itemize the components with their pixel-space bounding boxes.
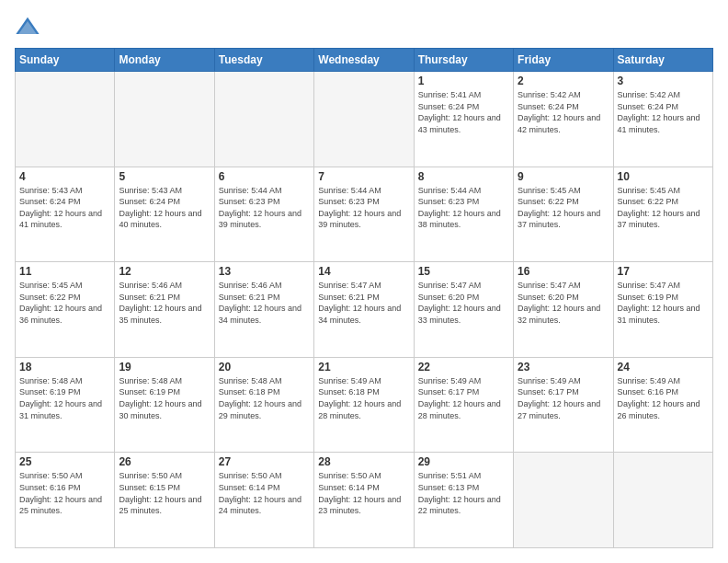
- day-info: Sunrise: 5:41 AM Sunset: 6:24 PM Dayligh…: [418, 89, 509, 135]
- day-number: 14: [318, 265, 409, 278]
- calendar-cell: 6Sunrise: 5:44 AM Sunset: 6:23 PM Daylig…: [214, 167, 313, 262]
- calendar-cell: 26Sunrise: 5:50 AM Sunset: 6:15 PM Dayli…: [115, 453, 214, 548]
- calendar-header-saturday: Saturday: [613, 49, 712, 72]
- calendar-cell: [16, 72, 115, 167]
- calendar-cell: 19Sunrise: 5:48 AM Sunset: 6:19 PM Dayli…: [115, 357, 214, 453]
- calendar-cell: [514, 453, 613, 548]
- calendar-cell: 25Sunrise: 5:50 AM Sunset: 6:16 PM Dayli…: [16, 453, 115, 548]
- calendar-header-friday: Friday: [514, 49, 613, 72]
- calendar-week-1: 4Sunrise: 5:43 AM Sunset: 6:24 PM Daylig…: [16, 167, 713, 262]
- day-number: 17: [618, 265, 709, 278]
- day-info: Sunrise: 5:50 AM Sunset: 6:15 PM Dayligh…: [119, 470, 210, 516]
- day-number: 16: [518, 265, 609, 278]
- day-number: 27: [219, 455, 310, 468]
- calendar-table: SundayMondayTuesdayWednesdayThursdayFrid…: [15, 48, 713, 548]
- day-number: 28: [318, 455, 409, 468]
- day-info: Sunrise: 5:46 AM Sunset: 6:21 PM Dayligh…: [219, 280, 310, 326]
- calendar-cell: 10Sunrise: 5:45 AM Sunset: 6:22 PM Dayli…: [613, 167, 712, 262]
- calendar-cell: 3Sunrise: 5:42 AM Sunset: 6:24 PM Daylig…: [613, 72, 712, 167]
- day-number: 11: [19, 265, 110, 278]
- calendar-week-2: 11Sunrise: 5:45 AM Sunset: 6:22 PM Dayli…: [16, 262, 713, 358]
- header: [15, 15, 713, 40]
- day-number: 19: [119, 361, 210, 373]
- day-info: Sunrise: 5:49 AM Sunset: 6:18 PM Dayligh…: [318, 375, 409, 421]
- calendar-cell: 5Sunrise: 5:43 AM Sunset: 6:24 PM Daylig…: [115, 167, 214, 262]
- calendar-cell: 22Sunrise: 5:49 AM Sunset: 6:17 PM Dayli…: [414, 357, 513, 453]
- calendar-cell: [314, 72, 414, 167]
- calendar-week-0: 1Sunrise: 5:41 AM Sunset: 6:24 PM Daylig…: [16, 72, 713, 167]
- calendar-cell: [214, 72, 313, 167]
- calendar-cell: 17Sunrise: 5:47 AM Sunset: 6:19 PM Dayli…: [613, 262, 712, 358]
- day-info: Sunrise: 5:48 AM Sunset: 6:19 PM Dayligh…: [119, 375, 210, 421]
- day-number: 13: [219, 265, 310, 278]
- day-number: 8: [418, 170, 509, 183]
- day-info: Sunrise: 5:47 AM Sunset: 6:21 PM Dayligh…: [318, 280, 409, 326]
- day-info: Sunrise: 5:48 AM Sunset: 6:18 PM Dayligh…: [219, 375, 310, 421]
- logo: [15, 15, 44, 40]
- calendar-header-row: SundayMondayTuesdayWednesdayThursdayFrid…: [16, 49, 713, 72]
- day-number: 7: [318, 170, 409, 183]
- calendar-cell: 20Sunrise: 5:48 AM Sunset: 6:18 PM Dayli…: [214, 357, 313, 453]
- calendar-header-monday: Monday: [115, 49, 214, 72]
- day-number: 5: [119, 170, 210, 183]
- day-number: 4: [19, 170, 110, 183]
- calendar-cell: 23Sunrise: 5:49 AM Sunset: 6:17 PM Dayli…: [514, 357, 613, 453]
- day-info: Sunrise: 5:42 AM Sunset: 6:24 PM Dayligh…: [618, 89, 709, 135]
- day-info: Sunrise: 5:51 AM Sunset: 6:13 PM Dayligh…: [418, 470, 509, 516]
- calendar-cell: 8Sunrise: 5:44 AM Sunset: 6:23 PM Daylig…: [414, 167, 513, 262]
- day-number: 18: [19, 361, 110, 373]
- calendar-cell: 16Sunrise: 5:47 AM Sunset: 6:20 PM Dayli…: [514, 262, 613, 358]
- day-info: Sunrise: 5:48 AM Sunset: 6:19 PM Dayligh…: [19, 375, 110, 421]
- calendar-week-4: 25Sunrise: 5:50 AM Sunset: 6:16 PM Dayli…: [16, 453, 713, 548]
- day-info: Sunrise: 5:43 AM Sunset: 6:24 PM Dayligh…: [119, 185, 210, 231]
- day-info: Sunrise: 5:45 AM Sunset: 6:22 PM Dayligh…: [618, 185, 709, 231]
- day-number: 21: [318, 361, 409, 373]
- calendar-cell: 29Sunrise: 5:51 AM Sunset: 6:13 PM Dayli…: [414, 453, 513, 548]
- calendar-cell: 14Sunrise: 5:47 AM Sunset: 6:21 PM Dayli…: [314, 262, 414, 358]
- logo-icon: [15, 15, 40, 40]
- day-info: Sunrise: 5:49 AM Sunset: 6:17 PM Dayligh…: [418, 375, 509, 421]
- day-info: Sunrise: 5:45 AM Sunset: 6:22 PM Dayligh…: [518, 185, 609, 231]
- page: SundayMondayTuesdayWednesdayThursdayFrid…: [0, 0, 728, 563]
- calendar-cell: 13Sunrise: 5:46 AM Sunset: 6:21 PM Dayli…: [214, 262, 313, 358]
- calendar-cell: 1Sunrise: 5:41 AM Sunset: 6:24 PM Daylig…: [414, 72, 513, 167]
- day-number: 25: [19, 455, 110, 468]
- day-number: 22: [418, 361, 509, 373]
- day-number: 2: [518, 75, 609, 87]
- day-info: Sunrise: 5:45 AM Sunset: 6:22 PM Dayligh…: [19, 280, 110, 326]
- calendar-cell: [115, 72, 214, 167]
- calendar-cell: 28Sunrise: 5:50 AM Sunset: 6:14 PM Dayli…: [314, 453, 414, 548]
- calendar-cell: 15Sunrise: 5:47 AM Sunset: 6:20 PM Dayli…: [414, 262, 513, 358]
- day-info: Sunrise: 5:44 AM Sunset: 6:23 PM Dayligh…: [219, 185, 310, 231]
- calendar-cell: 11Sunrise: 5:45 AM Sunset: 6:22 PM Dayli…: [16, 262, 115, 358]
- day-number: 6: [219, 170, 310, 183]
- calendar-header-thursday: Thursday: [414, 49, 513, 72]
- day-number: 3: [618, 75, 709, 87]
- day-number: 24: [618, 361, 709, 373]
- day-info: Sunrise: 5:42 AM Sunset: 6:24 PM Dayligh…: [518, 89, 609, 135]
- day-number: 20: [219, 361, 310, 373]
- day-number: 29: [418, 455, 509, 468]
- calendar-cell: 12Sunrise: 5:46 AM Sunset: 6:21 PM Dayli…: [115, 262, 214, 358]
- day-number: 26: [119, 455, 210, 468]
- day-number: 23: [518, 361, 609, 373]
- day-info: Sunrise: 5:47 AM Sunset: 6:20 PM Dayligh…: [518, 280, 609, 326]
- calendar-cell: 18Sunrise: 5:48 AM Sunset: 6:19 PM Dayli…: [16, 357, 115, 453]
- calendar-cell: 27Sunrise: 5:50 AM Sunset: 6:14 PM Dayli…: [214, 453, 313, 548]
- day-number: 9: [518, 170, 609, 183]
- day-info: Sunrise: 5:44 AM Sunset: 6:23 PM Dayligh…: [418, 185, 509, 231]
- calendar-cell: 2Sunrise: 5:42 AM Sunset: 6:24 PM Daylig…: [514, 72, 613, 167]
- calendar-cell: [613, 453, 712, 548]
- calendar-cell: 24Sunrise: 5:49 AM Sunset: 6:16 PM Dayli…: [613, 357, 712, 453]
- calendar-cell: 4Sunrise: 5:43 AM Sunset: 6:24 PM Daylig…: [16, 167, 115, 262]
- day-number: 1: [418, 75, 509, 87]
- day-info: Sunrise: 5:47 AM Sunset: 6:19 PM Dayligh…: [618, 280, 709, 326]
- day-info: Sunrise: 5:47 AM Sunset: 6:20 PM Dayligh…: [418, 280, 509, 326]
- day-info: Sunrise: 5:50 AM Sunset: 6:14 PM Dayligh…: [318, 470, 409, 516]
- calendar-week-3: 18Sunrise: 5:48 AM Sunset: 6:19 PM Dayli…: [16, 357, 713, 453]
- calendar-cell: 7Sunrise: 5:44 AM Sunset: 6:23 PM Daylig…: [314, 167, 414, 262]
- day-info: Sunrise: 5:50 AM Sunset: 6:14 PM Dayligh…: [219, 470, 310, 516]
- calendar-cell: 9Sunrise: 5:45 AM Sunset: 6:22 PM Daylig…: [514, 167, 613, 262]
- day-number: 15: [418, 265, 509, 278]
- calendar-header-wednesday: Wednesday: [314, 49, 414, 72]
